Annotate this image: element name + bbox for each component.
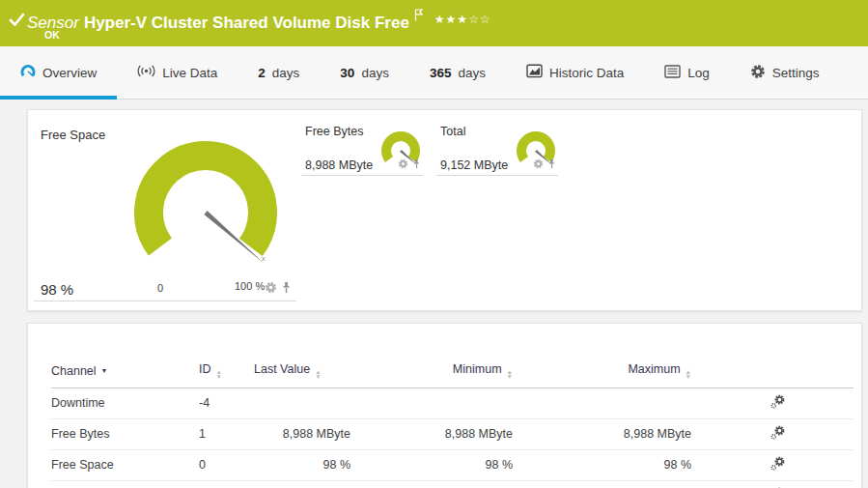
gauge-settings-gear-icon[interactable] bbox=[398, 156, 408, 173]
sort-icon: ▲▼ bbox=[216, 369, 222, 379]
gauge-settings-gear-icon[interactable] bbox=[533, 156, 544, 173]
star-filled-icon[interactable]: ★★★ bbox=[434, 13, 468, 26]
column-header-actions bbox=[691, 355, 854, 388]
column-header-maximum[interactable]: Maximum▲▼ bbox=[513, 355, 691, 388]
gauge-title: Free Space bbox=[41, 128, 105, 142]
priority-stars[interactable]: ★★★☆☆ bbox=[434, 13, 491, 26]
channel-maximum bbox=[513, 388, 691, 419]
sensor-header: SensorHyper-V Cluster Shared Volume Disk… bbox=[0, 0, 868, 46]
table-row: Free Bytes 1 8,988 MByte 8,988 MByte 8,9… bbox=[51, 419, 854, 450]
gear-icon bbox=[750, 64, 766, 82]
tab-label: Historic Data bbox=[549, 66, 624, 80]
table-header-row: Channel▼ ID▲▼ Last Value▲▼ Minimum▲▼ Max… bbox=[51, 355, 854, 388]
channel-id: 2 bbox=[199, 481, 254, 488]
channel-last-value: 98 % bbox=[254, 450, 350, 481]
tab-365-days[interactable]: 365 days bbox=[409, 46, 506, 99]
gauge-icon bbox=[20, 64, 36, 82]
gauge-scale-min: 0 bbox=[157, 282, 163, 294]
channel-name: Free Bytes bbox=[51, 419, 199, 450]
tab-number: 30 bbox=[340, 66, 354, 80]
gauge-value: 98 % bbox=[41, 281, 73, 298]
tab-overview[interactable]: Overview bbox=[0, 46, 117, 99]
tab-settings[interactable]: Settings bbox=[730, 46, 840, 99]
pin-icon[interactable] bbox=[547, 156, 556, 173]
tab-label: Log bbox=[687, 66, 710, 80]
tab-bar: Overview Live Data 2 days 30 days 365 da… bbox=[0, 46, 868, 100]
gauge-title: Free Bytes bbox=[305, 125, 363, 138]
tab-live-data[interactable]: Live Data bbox=[117, 46, 238, 99]
table-row: Free Space 0 98 % 98 % 98 % bbox=[51, 450, 854, 481]
channel-name: Downtime bbox=[51, 388, 199, 419]
tab-number: 2 bbox=[258, 66, 266, 80]
channel-settings-gears-icon[interactable] bbox=[770, 456, 785, 474]
tab-number: 365 bbox=[430, 66, 452, 80]
star-empty-icon[interactable]: ☆☆ bbox=[468, 13, 491, 26]
gauge-card-free-space[interactable]: Free Space x 0 100 % 98 % bbox=[34, 122, 296, 301]
channel-name: Total bbox=[51, 481, 199, 488]
channel-table: Channel▼ ID▲▼ Last Value▲▼ Minimum▲▼ Max… bbox=[51, 355, 854, 488]
channel-last-value bbox=[254, 388, 350, 419]
tab-label: days bbox=[458, 66, 486, 80]
column-header-id[interactable]: ID▲▼ bbox=[199, 355, 254, 388]
channel-maximum: 9,152 MByte bbox=[513, 481, 691, 488]
tab-label: Live Data bbox=[162, 66, 217, 80]
tab-label: days bbox=[272, 66, 300, 80]
main-content: Free Space x 0 100 % 98 % Free Bytes x 8… bbox=[0, 100, 868, 488]
table-row: Total 2 9,152 MByte 9,152 MByte 9,152 MB… bbox=[51, 481, 854, 488]
channel-last-value: 9,152 MByte bbox=[254, 481, 350, 488]
gauge-value: 9,152 MByte bbox=[440, 158, 508, 172]
overview-gauges-panel: Free Space x 0 100 % 98 % Free Bytes x 8… bbox=[27, 109, 862, 311]
tab-2-days[interactable]: 2 days bbox=[238, 46, 320, 99]
status-ok-check-icon bbox=[9, 13, 25, 31]
pin-icon[interactable] bbox=[281, 280, 292, 298]
channel-minimum: 98 % bbox=[350, 450, 513, 481]
channel-settings-gears-icon[interactable] bbox=[770, 394, 785, 412]
free-space-gauge[interactable]: x bbox=[124, 139, 288, 294]
sort-desc-icon: ▼ bbox=[101, 367, 108, 374]
sort-icon: ▲▼ bbox=[686, 369, 691, 379]
gauge-value: 8,988 MByte bbox=[305, 158, 373, 172]
gauge-settings-gear-icon[interactable] bbox=[265, 280, 277, 298]
channel-id: 1 bbox=[199, 419, 254, 450]
channel-settings-gears-icon[interactable] bbox=[770, 425, 785, 443]
channel-id: -4 bbox=[199, 388, 254, 419]
column-header-minimum[interactable]: Minimum▲▼ bbox=[350, 355, 513, 388]
live-icon bbox=[137, 65, 155, 80]
channel-table-panel: Channel▼ ID▲▼ Last Value▲▼ Minimum▲▼ Max… bbox=[27, 323, 862, 488]
sort-icon: ▲▼ bbox=[507, 369, 513, 379]
tab-30-days[interactable]: 30 days bbox=[320, 46, 409, 99]
channel-minimum: 9,152 MByte bbox=[350, 481, 513, 488]
page-title: Hyper-V Cluster Shared Volume Disk Free bbox=[84, 14, 409, 32]
channel-name: Free Space bbox=[51, 450, 199, 481]
status-badge: OK bbox=[44, 29, 60, 41]
channel-maximum: 8,988 MByte bbox=[513, 419, 691, 450]
channel-maximum: 98 % bbox=[513, 450, 691, 481]
log-icon bbox=[664, 65, 681, 81]
channel-minimum: 8,988 MByte bbox=[350, 419, 513, 450]
gauge-card-free-bytes[interactable]: Free Bytes x 8,988 MByte bbox=[301, 122, 423, 176]
tab-label: Settings bbox=[772, 66, 820, 80]
channel-last-value: 8,988 MByte bbox=[254, 419, 350, 450]
gauge-card-total[interactable]: Total x 9,152 MByte bbox=[436, 122, 558, 176]
needle-end-marker: x bbox=[262, 254, 266, 263]
tab-log[interactable]: Log bbox=[644, 46, 730, 99]
gauge-scale-max: 100 % bbox=[235, 280, 265, 292]
channel-minimum bbox=[350, 388, 513, 419]
tab-label: Overview bbox=[42, 66, 97, 80]
column-header-last-value[interactable]: Last Value▲▼ bbox=[254, 355, 350, 388]
tab-label: days bbox=[361, 66, 389, 80]
priority-flag-icon[interactable] bbox=[414, 7, 423, 25]
gauge-title: Total bbox=[440, 125, 465, 138]
column-header-channel[interactable]: Channel▼ bbox=[51, 355, 199, 388]
sort-icon: ▲▼ bbox=[315, 369, 321, 379]
chart-icon bbox=[526, 64, 543, 81]
channel-id: 0 bbox=[199, 450, 254, 481]
tab-historic-data[interactable]: Historic Data bbox=[506, 46, 644, 99]
table-row: Downtime -4 bbox=[51, 388, 854, 419]
pin-icon[interactable] bbox=[412, 156, 421, 173]
